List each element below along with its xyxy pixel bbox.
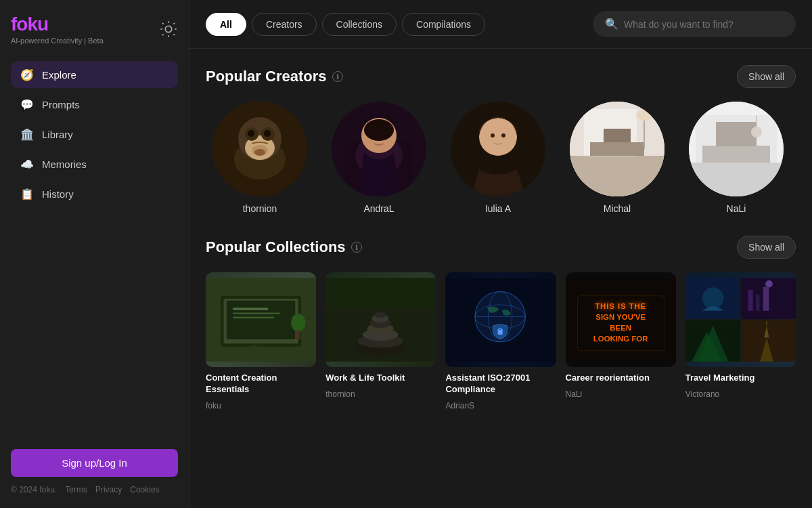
svg-rect-49 <box>233 308 269 310</box>
svg-point-28 <box>491 133 495 137</box>
creator-card-thornion[interactable]: thornion <box>206 102 314 214</box>
collection-author-career: NaLi <box>566 389 676 399</box>
creator-card-michal[interactable]: Michal <box>563 102 671 214</box>
collection-title-career: Career reorientation <box>566 373 676 384</box>
svg-rect-35 <box>604 129 631 142</box>
memories-icon: ☁️ <box>20 157 34 171</box>
sidebar-item-explore[interactable]: 🧭 Explore <box>11 61 178 88</box>
sidebar: foku AI-powered Creativity | Beta 🧭 Expl… <box>0 0 189 508</box>
collections-section-title: Popular Collections ℹ <box>206 238 362 256</box>
sidebar-item-history[interactable]: 📋 History <box>11 180 178 207</box>
creators-show-all-button[interactable]: Show all <box>737 65 796 88</box>
tab-all[interactable]: All <box>206 13 246 36</box>
svg-rect-42 <box>716 122 757 146</box>
main-content: All Creators Collections Compilations 🔍 … <box>189 0 812 508</box>
svg-rect-63 <box>325 278 436 308</box>
svg-point-27 <box>479 118 517 156</box>
collection-title-content-creation: Content Creation Essentials <box>206 373 316 396</box>
collection-card-assistant[interactable]: Assistant ISO:27001 Compliance AdrianS <box>445 272 556 410</box>
search-input[interactable] <box>624 19 784 30</box>
sidebar-item-library[interactable]: 🏛️ Library <box>11 121 178 148</box>
collection-img-career: THIS IS THE SIGN YOU'VE BEEN LOOKING FOR <box>566 272 676 367</box>
collections-info-icon[interactable]: ℹ <box>351 242 362 253</box>
svg-rect-78 <box>566 278 676 362</box>
svg-rect-84 <box>748 290 752 311</box>
svg-rect-32 <box>570 156 664 196</box>
collections-show-all-button[interactable]: Show all <box>737 236 796 259</box>
collection-author-assistant: AdrianS <box>445 401 556 410</box>
creator-card-andral[interactable]: AndraL <box>325 102 433 214</box>
creators-section-header: Popular Creators ℹ Show all <box>206 65 796 88</box>
svg-point-16 <box>264 130 271 137</box>
svg-rect-50 <box>233 312 281 314</box>
creators-row: thornion <box>206 102 796 214</box>
history-icon: 📋 <box>20 187 34 200</box>
creator-card-nali[interactable]: NaLi <box>682 102 790 214</box>
avatar-michal <box>570 102 664 196</box>
collection-img-travel <box>685 272 796 367</box>
tab-collections[interactable]: Collections <box>322 13 397 36</box>
content-area: Popular Creators ℹ Show all <box>189 49 812 508</box>
signup-button[interactable]: Sign up/Log In <box>11 449 178 477</box>
collection-card-work-life[interactable]: Work & Life Toolkit thornion <box>325 272 436 410</box>
creator-name-thornion: thornion <box>243 203 277 214</box>
svg-rect-53 <box>296 331 300 339</box>
creator-name-andral: AndraL <box>363 203 394 214</box>
svg-rect-41 <box>702 146 770 163</box>
svg-rect-48 <box>227 301 295 339</box>
tab-compilations[interactable]: Compilations <box>402 13 485 36</box>
collection-author-content-creation: foku <box>206 401 316 410</box>
sidebar-item-label-prompts: Prompts <box>42 99 80 110</box>
svg-point-37 <box>636 110 652 121</box>
sidebar-item-label-library: Library <box>42 129 73 140</box>
collection-title-travel: Travel Marketing <box>685 373 796 384</box>
logo-area: foku AI-powered Creativity | Beta <box>11 14 178 45</box>
prompts-icon: 💬 <box>20 98 34 111</box>
cookies-link[interactable]: Cookies <box>130 485 159 494</box>
svg-point-29 <box>501 133 505 137</box>
avatar-thornion <box>212 102 307 196</box>
theme-toggle-icon[interactable] <box>159 20 178 39</box>
svg-point-23 <box>364 119 394 141</box>
svg-rect-39 <box>689 163 784 196</box>
collections-section-header: Popular Collections ℹ Show all <box>206 236 796 259</box>
logo-text: foku <box>11 14 104 35</box>
terms-link[interactable]: Terms <box>65 485 87 494</box>
svg-rect-51 <box>233 317 275 319</box>
svg-line-7 <box>162 34 164 35</box>
svg-point-54 <box>248 345 260 354</box>
logo: foku AI-powered Creativity | Beta <box>11 14 104 45</box>
sidebar-item-label-explore: Explore <box>42 69 76 81</box>
tab-creators[interactable]: Creators <box>252 13 317 36</box>
creator-card-iulia[interactable]: Iulia A <box>444 102 552 214</box>
footer: © 2024 foku. Terms Privacy Cookies <box>11 485 178 494</box>
collection-title-work-life: Work & Life Toolkit <box>325 373 436 384</box>
library-icon: 🏛️ <box>20 127 34 141</box>
privacy-link[interactable]: Privacy <box>95 485 122 494</box>
collection-card-content-creation[interactable]: Content Creation Essentials foku <box>206 272 316 410</box>
collection-author-work-life: thornion <box>325 389 436 399</box>
logo-tagline: AI-powered Creativity | Beta <box>11 37 104 45</box>
avatar-nali <box>689 102 784 196</box>
sidebar-item-prompts[interactable]: 💬 Prompts <box>11 91 178 118</box>
nav-menu: 🧭 Explore 💬 Prompts 🏛️ Library ☁️ Memori… <box>11 61 178 449</box>
svg-rect-86 <box>763 287 769 310</box>
svg-rect-85 <box>756 295 759 311</box>
svg-point-15 <box>248 130 254 137</box>
svg-rect-34 <box>590 142 644 156</box>
collection-card-travel[interactable]: Travel Marketing Victorano <box>685 272 796 410</box>
sidebar-item-label-memories: Memories <box>42 158 87 170</box>
sidebar-item-memories[interactable]: ☁️ Memories <box>11 150 178 177</box>
collection-author-travel: Victorano <box>685 389 796 399</box>
svg-point-18 <box>254 149 265 156</box>
creators-info-icon[interactable]: ℹ <box>332 71 343 82</box>
collection-card-career[interactable]: THIS IS THE SIGN YOU'VE BEEN LOOKING FOR… <box>566 272 676 410</box>
search-icon: 🔍 <box>605 18 618 30</box>
search-bar[interactable]: 🔍 <box>593 11 796 37</box>
svg-rect-70 <box>498 330 503 335</box>
svg-line-5 <box>162 23 164 24</box>
svg-line-8 <box>173 23 175 24</box>
footer-copyright: © 2024 foku. <box>11 485 57 494</box>
creator-name-iulia: Iulia A <box>485 203 511 214</box>
svg-point-24 <box>371 135 375 139</box>
